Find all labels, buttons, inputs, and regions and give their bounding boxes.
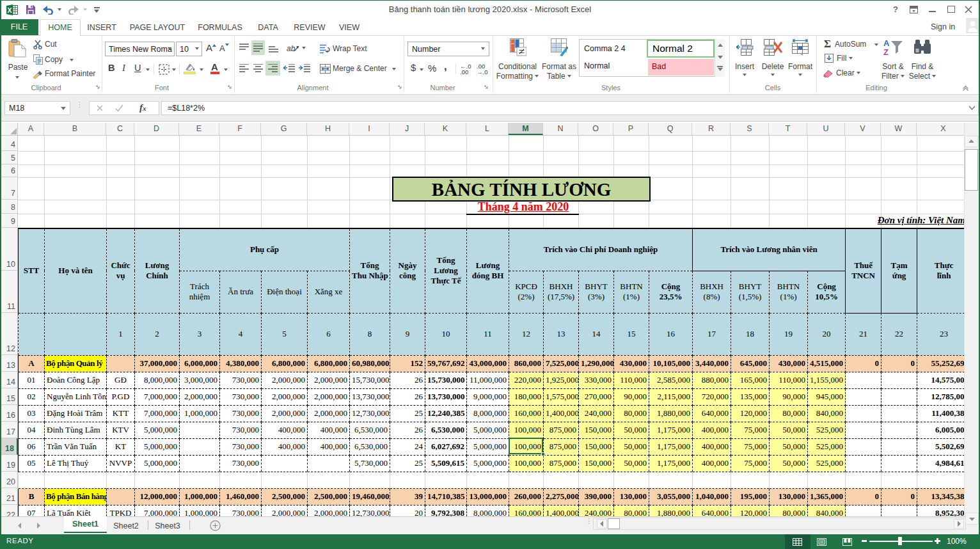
svg-text:ab: ab — [287, 44, 296, 53]
svg-text:Z: Z — [883, 47, 889, 56]
svg-text:A: A — [883, 38, 890, 48]
svg-text:X: X — [7, 6, 12, 14]
